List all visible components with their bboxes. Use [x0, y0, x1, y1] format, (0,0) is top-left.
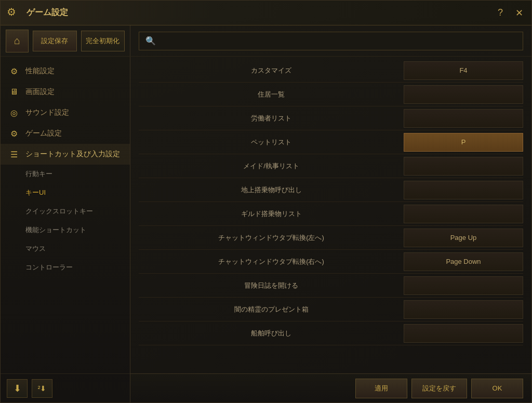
- top-right: 🔍: [130, 32, 531, 50]
- key-binding-button[interactable]: [404, 300, 523, 319]
- content-footer: 適用 設定を戻す OK: [130, 373, 531, 402]
- sidebar-item-label: ゲーム設定: [25, 129, 62, 138]
- table-row: 船舶呼び出し: [139, 321, 523, 345]
- sidebar-item-label: 性能設定: [25, 66, 55, 76]
- sound-icon: ◎: [9, 108, 19, 118]
- reset-settings-button[interactable]: 完全初期化: [81, 31, 125, 51]
- key-binding-button[interactable]: [404, 157, 523, 176]
- table-row: 住居一覧: [139, 83, 523, 106]
- sidebar-item-game[interactable]: ⚙ ゲーム設定: [1, 123, 130, 144]
- sub-nav-mouse[interactable]: マウス: [1, 239, 130, 258]
- setting-label: チャットウィンドウタブ転換(右へ): [139, 255, 404, 268]
- key-binding-button[interactable]: [404, 109, 523, 128]
- sub-nav-label: コントローラー: [25, 263, 73, 272]
- table-row: 冒険日誌を開ける: [139, 274, 523, 298]
- key-binding-button[interactable]: F4: [404, 61, 523, 80]
- setting-label: 労働者リスト: [139, 112, 404, 125]
- setting-label: カスタマイズ: [139, 64, 404, 77]
- sub-nav: 行動キー キーUI クイックスロットキー 機能ショートカット マウス: [1, 165, 130, 277]
- key-binding-button[interactable]: [404, 85, 523, 104]
- reset-button[interactable]: 設定を戻す: [411, 379, 467, 398]
- table-row: 闇の精霊のプレゼント箱: [139, 298, 523, 321]
- save-settings-button[interactable]: 設定保存: [33, 31, 77, 51]
- sub-nav-label: キーUI: [25, 188, 46, 197]
- top-left: ⌂ 設定保存 完全初期化: [1, 25, 130, 56]
- settings-list: カスタマイズ F4 住居一覧 労働者リスト ペットリスト P: [130, 57, 531, 373]
- sub-nav-function[interactable]: 機能ショートカット: [1, 221, 130, 239]
- import-button[interactable]: ⬇: [7, 379, 28, 398]
- game-icon: ⚙: [9, 128, 19, 139]
- apply-button[interactable]: 適用: [355, 379, 407, 398]
- sidebar-item-label: ショートカット及び入力設定: [25, 150, 120, 159]
- sidebar-item-label: サウンド設定: [25, 108, 69, 117]
- setting-label: ギルド搭乗物リスト: [139, 207, 404, 221]
- upload-icon: ²⬇: [38, 384, 47, 393]
- window-icon: ⚙: [7, 6, 21, 20]
- close-button[interactable]: ✕: [513, 5, 525, 21]
- top-header: ⌂ 設定保存 完全初期化 🔍: [1, 25, 531, 57]
- table-row: ペットリスト P: [139, 130, 523, 154]
- sidebar-footer: ⬇ ²⬇: [1, 373, 130, 402]
- content-area: カスタマイズ F4 住居一覧 労働者リスト ペットリスト P: [130, 57, 531, 402]
- table-row: チャットウィンドウタブ転換(右へ) Page Down: [139, 250, 523, 274]
- display-icon: 🖥: [9, 87, 19, 97]
- sub-nav-label: クイックスロットキー: [25, 207, 93, 216]
- sub-nav-key-ui[interactable]: キーUI: [1, 183, 130, 202]
- setting-label: 住居一覧: [139, 88, 404, 101]
- setting-label: ペットリスト: [139, 136, 404, 149]
- help-button[interactable]: ?: [496, 5, 505, 20]
- export-button[interactable]: ²⬇: [32, 379, 52, 398]
- sidebar-item-label: 画面設定: [25, 87, 55, 97]
- content-search-box[interactable]: 🔍: [139, 32, 523, 50]
- sub-nav-label: 機能ショートカット: [25, 225, 86, 235]
- table-row: チャットウィンドウタブ転換(左へ) Page Up: [139, 226, 523, 250]
- search-icon: 🔍: [145, 36, 156, 46]
- key-binding-button[interactable]: [404, 181, 523, 199]
- key-binding-button[interactable]: Page Down: [404, 252, 523, 271]
- setting-label: 冒険日誌を開ける: [139, 279, 404, 292]
- key-binding-button[interactable]: [404, 324, 523, 343]
- table-row: カスタマイズ F4: [139, 59, 523, 83]
- home-button[interactable]: ⌂: [6, 30, 29, 52]
- sub-nav-controller[interactable]: コントローラー: [1, 258, 130, 277]
- key-binding-button[interactable]: [404, 276, 523, 295]
- main-content: ⚙ 性能設定 🖥 画面設定 ◎ サウンド設定 ⚙ ゲーム設定 ☰: [1, 57, 531, 402]
- sub-nav-action-key[interactable]: 行動キー: [1, 165, 130, 183]
- table-row: ギルド搭乗物リスト: [139, 202, 523, 226]
- sidebar: ⚙ 性能設定 🖥 画面設定 ◎ サウンド設定 ⚙ ゲーム設定 ☰: [1, 57, 130, 402]
- main-window: ⚙ ゲーム設定 ? ✕ ⌂ 設定保存 完全初期化 🔍 ⚙: [0, 0, 532, 403]
- table-row: メイド/執事リスト: [139, 154, 523, 178]
- performance-icon: ⚙: [9, 66, 19, 76]
- sidebar-item-display[interactable]: 🖥 画面設定: [1, 82, 130, 102]
- setting-label: 地上搭乗物呼び出し: [139, 183, 404, 197]
- sidebar-item-performance[interactable]: ⚙ 性能設定: [1, 61, 130, 82]
- download-icon: ⬇: [14, 383, 21, 394]
- key-binding-button[interactable]: P: [404, 133, 523, 152]
- sidebar-nav: ⚙ 性能設定 🖥 画面設定 ◎ サウンド設定 ⚙ ゲーム設定 ☰: [1, 57, 130, 373]
- table-row: 地上搭乗物呼び出し: [139, 178, 523, 202]
- sidebar-item-sound[interactable]: ◎ サウンド設定: [1, 102, 130, 123]
- setting-label: 船舶呼び出し: [139, 327, 404, 340]
- title-bar-controls: ? ✕: [496, 5, 525, 21]
- home-icon: ⌂: [14, 35, 20, 47]
- key-binding-button[interactable]: Page Up: [404, 229, 523, 247]
- sub-nav-quickslot[interactable]: クイックスロットキー: [1, 202, 130, 221]
- sub-nav-label: 行動キー: [25, 169, 52, 179]
- key-binding-button[interactable]: [404, 205, 523, 223]
- setting-label: チャットウィンドウタブ転換(左へ): [139, 231, 404, 245]
- title-bar: ⚙ ゲーム設定 ? ✕: [1, 1, 531, 25]
- shortcut-icon: ☰: [9, 149, 19, 159]
- setting-label: 闇の精霊のプレゼント箱: [139, 303, 404, 316]
- sidebar-item-shortcut[interactable]: ☰ ショートカット及び入力設定: [1, 144, 130, 165]
- window-title: ゲーム設定: [26, 7, 496, 18]
- sub-nav-label: マウス: [25, 244, 46, 253]
- ok-button[interactable]: OK: [471, 379, 523, 398]
- setting-label: メイド/執事リスト: [139, 159, 404, 173]
- table-row: 労働者リスト: [139, 106, 523, 130]
